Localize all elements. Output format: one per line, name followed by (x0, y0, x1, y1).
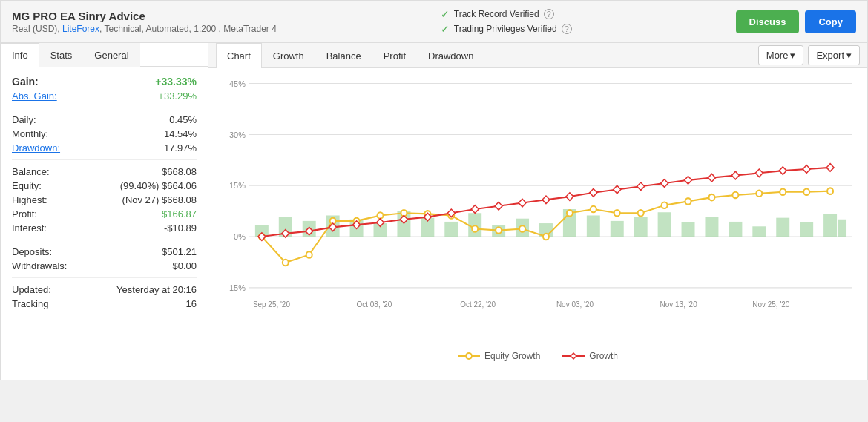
svg-point-60 (685, 198, 691, 204)
tab-info[interactable]: Info (1, 43, 39, 67)
svg-point-56 (591, 206, 596, 212)
growth-legend-icon (562, 352, 585, 360)
divider-1 (12, 108, 197, 108)
chart-tabs: Chart Growth Balance Profit Drawdown Mor… (208, 43, 867, 68)
chart-tab-balance[interactable]: Balance (315, 43, 372, 68)
growth-legend-label: Growth (589, 351, 618, 361)
svg-marker-81 (590, 188, 597, 197)
svg-point-66 (827, 188, 833, 194)
svg-rect-33 (658, 212, 671, 237)
liteforex-link[interactable]: LiteForex (62, 24, 99, 34)
right-panel: Chart Growth Balance Profit Drawdown Mor… (208, 43, 867, 380)
chart-area: 45% 30% 15% 0% -15% Sep 25, '20 Oct 08, … (208, 68, 867, 380)
svg-rect-35 (705, 217, 718, 237)
discuss-button[interactable]: Discuss (736, 10, 800, 33)
verification-info: ✓ Track Record Verified ? ✓ Trading Priv… (441, 8, 572, 35)
svg-rect-32 (634, 217, 648, 237)
svg-marker-88 (755, 169, 763, 177)
svg-text:45%: 45% (229, 79, 246, 88)
svg-text:30%: 30% (229, 130, 246, 139)
svg-text:-15%: -15% (226, 283, 246, 292)
updated-row: Updated: Yesterday at 20:16 (12, 284, 197, 295)
updated-value: Yesterday at 20:16 (116, 284, 197, 295)
copy-button[interactable]: Copy (805, 10, 856, 33)
withdrawals-label: Withdrawals: (12, 260, 67, 271)
info-icon-1[interactable]: ? (544, 9, 554, 19)
svg-text:Oct 08, '20: Oct 08, '20 (357, 300, 392, 309)
svg-marker-95 (571, 353, 576, 359)
tab-stats[interactable]: Stats (39, 43, 84, 67)
svg-text:Nov 13, '20: Nov 13, '20 (660, 300, 697, 309)
svg-marker-77 (495, 202, 502, 210)
legend-equity: Equity Growth (458, 351, 540, 361)
svg-text:Sep 25, '20: Sep 25, '20 (253, 300, 290, 309)
balance-value: $668.08 (162, 166, 197, 177)
svg-text:Nov 03, '20: Nov 03, '20 (556, 300, 594, 309)
track-record-verified: ✓ Track Record Verified ? (441, 8, 572, 20)
tracking-label: Tracking (12, 298, 48, 309)
svg-marker-82 (614, 185, 621, 194)
svg-marker-90 (803, 165, 810, 174)
divider-3 (12, 240, 197, 240)
svg-point-63 (756, 191, 762, 197)
trading-privileges-verified: ✓ Trading Privileges Verified ? (441, 23, 572, 35)
highest-label: Highest: (12, 194, 47, 205)
svg-point-47 (378, 212, 384, 218)
chart-legend: Equity Growth Growth (220, 351, 856, 361)
svg-rect-24 (444, 222, 458, 237)
chart-tab-growth[interactable]: Growth (262, 43, 315, 68)
svg-marker-86 (708, 174, 715, 182)
svg-rect-39 (800, 222, 813, 237)
svg-marker-85 (685, 177, 692, 185)
svg-text:15%: 15% (229, 181, 246, 190)
svg-marker-79 (542, 196, 550, 204)
abs-gain-label[interactable]: Abs. Gain: (12, 90, 57, 102)
svg-marker-89 (779, 167, 786, 175)
check-icon-1: ✓ (441, 8, 450, 20)
updated-label: Updated: (12, 284, 51, 295)
svg-point-61 (708, 194, 714, 200)
monthly-label: Monthly: (12, 128, 48, 139)
tracking-value: 16 (186, 298, 197, 309)
main-content: Info Stats General Gain: +33.33% Abs. Ga… (1, 43, 867, 380)
profit-label: Profit: (12, 208, 37, 220)
drawdown-label[interactable]: Drawdown: (12, 142, 60, 154)
svg-rect-36 (729, 222, 742, 237)
svg-point-59 (662, 202, 668, 208)
gain-value: +33.33% (155, 76, 197, 88)
account-title: MG PRO EA Sinry Advice (12, 10, 277, 22)
deposits-row: Deposits: $501.21 (12, 246, 197, 257)
more-button[interactable]: More ▾ (758, 45, 804, 65)
svg-point-55 (567, 210, 573, 216)
info-icon-2[interactable]: ? (562, 24, 572, 34)
gain-label: Gain: (12, 76, 39, 88)
header-info: MG PRO EA Sinry Advice Real (USD), LiteF… (12, 10, 277, 34)
info-section: Gain: +33.33% Abs. Gain: +33.29% Daily: … (1, 67, 208, 321)
equity-legend-label: Equity Growth (484, 351, 540, 361)
svg-marker-76 (471, 205, 479, 214)
header: MG PRO EA Sinry Advice Real (USD), LiteF… (1, 1, 867, 43)
chart-tab-drawdown[interactable]: Drawdown (417, 43, 484, 68)
svg-marker-91 (826, 164, 834, 172)
svg-text:Oct 22, '20: Oct 22, '20 (460, 300, 496, 309)
chevron-down-icon-2: ▾ (846, 50, 852, 61)
chart-svg: 45% 30% 15% 0% -15% Sep 25, '20 Oct 08, … (220, 76, 856, 343)
svg-rect-41 (838, 220, 846, 237)
left-panel: Info Stats General Gain: +33.33% Abs. Ga… (1, 43, 208, 380)
abs-gain-value: +33.29% (158, 90, 197, 102)
svg-marker-80 (566, 193, 573, 201)
monthly-row: Monthly: 14.54% (12, 128, 197, 139)
profit-value: $166.87 (162, 208, 197, 220)
svg-marker-87 (731, 171, 739, 179)
chevron-down-icon: ▾ (790, 50, 795, 61)
deposits-label: Deposits: (12, 246, 52, 257)
interest-row: Interest: -$10.89 (12, 222, 197, 234)
export-button[interactable]: Export ▾ (808, 45, 860, 65)
tab-general[interactable]: General (83, 43, 139, 67)
chart-tab-chart[interactable]: Chart (216, 43, 262, 68)
account-subtitle: Real (USD), LiteForex, Technical, Automa… (12, 24, 277, 34)
chart-tab-profit[interactable]: Profit (372, 43, 417, 68)
interest-value: -$10.89 (164, 222, 197, 234)
svg-point-64 (780, 188, 786, 194)
balance-row: Balance: $668.08 (12, 166, 197, 177)
